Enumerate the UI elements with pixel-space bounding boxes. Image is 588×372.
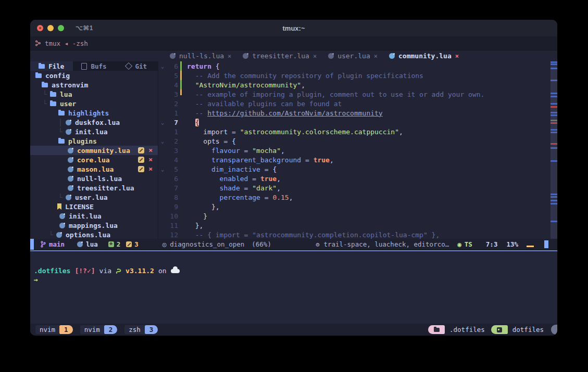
tree-item-highlights[interactable]: highlights [30, 108, 158, 118]
tmux-window-name: nvim [80, 325, 104, 334]
tree-item-null-ls.lua[interactable]: null-ls.lua [30, 174, 158, 183]
tree-item-duskfox.lua[interactable]: │duskfox.lua [30, 118, 158, 127]
buffer-tab-community.lua[interactable]: community.lua× [383, 52, 465, 60]
tree-item-mappings.lua[interactable]: mappings.lua [30, 221, 158, 230]
close-buffer-icon[interactable]: × [374, 53, 378, 60]
code-text: enabled = true, [187, 175, 281, 183]
scroll-mark [551, 160, 557, 162]
code-line-1[interactable]: ⌄6return { [158, 61, 557, 71]
code-line-2[interactable]: 5 -- Add the community repository of plu… [158, 71, 557, 80]
editor-pane[interactable]: ⌄6return {5 -- Add the community reposit… [158, 61, 557, 239]
tree-item-label: highlights [68, 109, 109, 117]
neotree-tab-label: Bufs [91, 62, 106, 70]
tmux-window-nvim-1[interactable]: nvim1 [35, 325, 73, 334]
iterm-tab-bar: tmux ◂ -zsh [30, 36, 557, 50]
code-line-7[interactable]: ⌄7 { [158, 118, 557, 127]
code-line-10[interactable]: 3 flavour = "mocha", [158, 146, 557, 155]
tmux-window-name: nvim [35, 325, 59, 334]
neotree-file-list: configastronvim└lua└userhighlights│duskf… [30, 71, 158, 239]
buffer-tab-treesitter.lua[interactable]: treesitter.lua× [237, 52, 322, 60]
close-buffer-icon[interactable]: × [228, 53, 231, 60]
git-sign [180, 193, 182, 202]
fold-marker[interactable]: ⌄ [158, 119, 167, 126]
tmux-window-nvim-2[interactable]: nvim2 [80, 325, 118, 334]
tree-item-treesitter.lua[interactable]: treesitter.lua [30, 183, 158, 193]
git-sign [180, 164, 182, 174]
folder-icon [50, 101, 56, 106]
tree-item-config[interactable]: config [30, 71, 158, 80]
neotree-tab-label: Git [135, 62, 147, 70]
tree-item-label: treesitter.lua [77, 184, 134, 192]
buffer-tab-user.lua[interactable]: user.lua× [322, 52, 383, 60]
code-text: dim_inactive = { [187, 165, 277, 173]
lua-file-icon [56, 232, 62, 238]
fold-marker[interactable]: ⌄ [158, 138, 167, 145]
scroll-mark [551, 96, 557, 97]
close-buffer-icon[interactable]: × [455, 53, 459, 60]
diff-modified-count: 3 [134, 240, 139, 248]
code-line-4[interactable]: 3 -- example of imporing a plugin, comme… [158, 89, 557, 99]
code-line-16[interactable]: 9 }, [158, 202, 557, 211]
close-file-icon[interactable]: × [148, 147, 153, 153]
lua-file-icon [389, 53, 395, 59]
tree-item-plugins[interactable]: plugins [30, 136, 158, 146]
close-buffer-icon[interactable]: × [313, 53, 317, 60]
tree-item-core.lua[interactable]: core.lua× [30, 155, 158, 164]
git-sign [180, 61, 182, 71]
tree-item-options.lua[interactable]: └options.lua [30, 230, 158, 239]
neotree-source-tabs: FileBufsGit [30, 61, 158, 71]
code-line-17[interactable]: 10 } [158, 211, 557, 221]
line-number: 3 [167, 91, 178, 98]
tree-item-astronvim[interactable]: astronvim [30, 80, 158, 89]
neotree-tab-bufs[interactable]: Bufs [73, 61, 116, 71]
tree-item-label: init.lua [75, 128, 108, 136]
code-line-3[interactable]: 4 "AstroNvim/astrocommunity", [158, 80, 557, 89]
code-line-11[interactable]: 4 transparent_background = true, [158, 155, 557, 164]
code-line-19[interactable]: 12 -- { import = "astrocommunity.complet… [158, 230, 557, 239]
tmux-window-name: zsh [124, 325, 145, 334]
code-line-9[interactable]: ⌄2 opts = { [158, 136, 557, 146]
code-text: import = "astrocommunity.colorscheme.cat… [187, 128, 403, 136]
diagnostics-status: ◎ diagnostics_on_open [162, 240, 245, 248]
code-line-5[interactable]: 2 -- available plugins can be found at [158, 99, 557, 108]
iterm-tab-title[interactable]: tmux ◂ -zsh [45, 40, 88, 47]
fold-marker[interactable]: ⌄ [158, 63, 167, 70]
treesitter-label: TS [465, 240, 472, 248]
shell-pane[interactable]: .dotfiles[!?✓]viav3.11.2on → [30, 251, 557, 324]
tree-item-community.lua[interactable]: community.lua× [30, 146, 158, 155]
code-text: percentage = 0.15, [187, 194, 293, 201]
diamond-icon [125, 62, 132, 70]
prompt-directory: .dotfiles [34, 267, 70, 275]
tree-item-user.lua[interactable]: └user.lua [30, 193, 158, 202]
tree-item-LICENSE[interactable]: LICENSE [30, 202, 158, 211]
neotree-tab-file[interactable]: File [30, 61, 73, 71]
tree-item-init.lua[interactable]: init.lua [30, 211, 158, 221]
line-number: 7 [167, 119, 178, 126]
fold-marker[interactable]: ⌄ [158, 166, 167, 173]
tree-item-init.lua[interactable]: └init.lua [30, 127, 158, 136]
code-line-8[interactable]: 1 import = "astrocommunity.colorscheme.c… [158, 127, 557, 136]
tree-item-lua[interactable]: └lua [30, 89, 158, 99]
close-file-icon[interactable]: × [148, 166, 153, 172]
license-icon [57, 203, 61, 210]
neotree-tab-git[interactable]: Git [115, 61, 158, 71]
buffer-tab-null-ls.lua[interactable]: null-ls.lua× [164, 52, 237, 60]
tree-item-user[interactable]: └user [30, 99, 158, 108]
git-sign [180, 80, 182, 89]
code-line-13[interactable]: 6 enabled = true, [158, 174, 557, 183]
tmux-window-zsh-3[interactable]: zsh3 [124, 325, 158, 334]
code-line-6[interactable]: 1 -- https://github.com/AstroNvim/astroc… [158, 108, 557, 118]
line-number: 6 [167, 175, 178, 183]
tree-item-mason.lua[interactable]: mason.lua× [30, 164, 158, 174]
code-line-12[interactable]: ⌄5 dim_inactive = { [158, 164, 557, 174]
code-text: } [187, 212, 207, 220]
lua-file-icon [243, 53, 248, 59]
tree-item-label: mappings.lua [69, 222, 118, 229]
python-snake-icon [116, 267, 122, 274]
code-line-14[interactable]: 7 shade = "dark", [158, 183, 557, 193]
editor-scrollbar[interactable] [551, 61, 557, 239]
code-line-15[interactable]: 8 percentage = 0.15, [158, 193, 557, 202]
code-line-18[interactable]: 11 }, [158, 221, 557, 230]
close-file-icon[interactable]: × [148, 157, 153, 163]
tree-item-badges: × [138, 166, 153, 172]
